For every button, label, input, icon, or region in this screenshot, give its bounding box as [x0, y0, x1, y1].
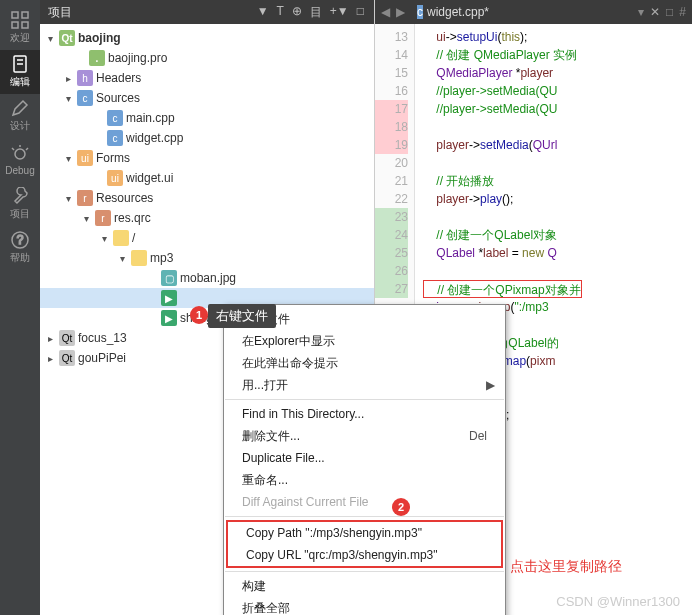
maximize-icon[interactable]: □	[666, 5, 673, 19]
code-line	[423, 154, 582, 172]
menu-item[interactable]: Copy URL "qrc:/mp3/shengyin.mp3"	[228, 544, 501, 566]
tree-item-widgetcpp[interactable]: cwidget.cpp	[40, 128, 374, 148]
code-line: // 创建一个QPixmap对象并	[423, 280, 582, 298]
svg-text:?: ?	[17, 233, 24, 247]
menu-item[interactable]: Find in This Directory...	[224, 403, 505, 425]
tree-item-forms[interactable]: ▾uiForms	[40, 148, 374, 168]
line-number: 21	[375, 172, 408, 190]
line-number: 19	[375, 136, 408, 154]
code-line	[423, 208, 582, 226]
line-number: 17	[375, 100, 408, 118]
svg-line-10	[26, 148, 28, 150]
annotation-badge-2: 2	[392, 498, 410, 516]
code-line: // 创建一个QLabel对象	[423, 226, 582, 244]
tree-item-headers[interactable]: ▸hHeaders	[40, 68, 374, 88]
line-number: 13	[375, 28, 408, 46]
panel-tool-2[interactable]: ⊕	[290, 4, 304, 21]
context-menu[interactable]: 打开文件在Explorer中显示在此弹出命令提示用...打开▶Find in T…	[223, 304, 506, 615]
tree-item-mp3folder[interactable]: ▾mp3	[40, 248, 374, 268]
line-number: 27	[375, 280, 408, 298]
line-number: 18	[375, 118, 408, 136]
line-number: 16	[375, 82, 408, 100]
svg-rect-3	[22, 22, 28, 28]
menu-item[interactable]: 在此弹出命令提示	[224, 352, 505, 374]
annotation-badge-1: 1	[190, 306, 208, 324]
submenu-arrow-icon: ▶	[486, 378, 495, 392]
tree-item-resqrc[interactable]: ▾rres.qrc	[40, 208, 374, 228]
code-line: QLabel *label = new Q	[423, 244, 582, 262]
menu-separator	[225, 399, 504, 400]
nav-fwd-icon[interactable]: ▶	[396, 5, 405, 19]
menu-item[interactable]: 在Explorer中显示	[224, 330, 505, 352]
svg-point-7	[15, 149, 25, 159]
tree-item-slash[interactable]: ▾/	[40, 228, 374, 248]
code-line	[423, 118, 582, 136]
mode-project[interactable]: 项目	[0, 182, 40, 226]
project-panel-header: 项目 ▼T⊕目+▼□	[40, 0, 374, 24]
code-line: player->play();	[423, 190, 582, 208]
line-number: 14	[375, 46, 408, 64]
line-number: 25	[375, 244, 408, 262]
cpp-icon: c	[417, 5, 423, 19]
menu-item[interactable]: Duplicate File...	[224, 447, 505, 469]
tree-item-sources[interactable]: ▾cSources	[40, 88, 374, 108]
tab-label: widget.cpp*	[427, 5, 489, 19]
line-number: 26	[375, 262, 408, 280]
panel-tools: ▼T⊕目+▼□	[255, 4, 366, 21]
line-number: 24	[375, 226, 408, 244]
editor-header: ◀ ▶ c widget.cpp* ▾ ✕ □ #	[375, 0, 692, 24]
left-icon-bar: 欢迎编辑设计Debug项目?帮助	[0, 0, 40, 615]
tree-item-moban[interactable]: ▢moban.jpg	[40, 268, 374, 288]
menu-separator	[225, 516, 504, 517]
tree-item-pro[interactable]: .baojing.pro	[40, 48, 374, 68]
edit-icon	[11, 55, 29, 73]
mode-design[interactable]: 设计	[0, 94, 40, 138]
editor-tab[interactable]: c widget.cpp*	[411, 3, 495, 21]
panel-tool-3[interactable]: 目	[308, 4, 324, 21]
nav-back-icon[interactable]: ◀	[381, 5, 390, 19]
tree-item-resources[interactable]: ▾rResources	[40, 188, 374, 208]
watermark: CSDN @Winner1300	[556, 594, 680, 609]
split-icon[interactable]: ▾	[638, 5, 644, 19]
svg-rect-0	[12, 12, 18, 18]
debug-icon	[11, 145, 29, 163]
code-line: //player->setMedia(QU	[423, 82, 582, 100]
design-icon	[11, 99, 29, 117]
code-line: ui->setupUi(this);	[423, 28, 582, 46]
tree-item-maincpp[interactable]: cmain.cpp	[40, 108, 374, 128]
shortcut: Del	[469, 429, 487, 443]
help-icon: ?	[11, 231, 29, 249]
hash-icon[interactable]: #	[679, 5, 686, 19]
menu-item[interactable]: 删除文件...Del	[224, 425, 505, 447]
line-number: 23	[375, 208, 408, 226]
svg-rect-2	[12, 22, 18, 28]
annotation-tooltip: 右键文件	[208, 304, 276, 328]
code-line: //player->setMedia(QU	[423, 100, 582, 118]
mode-welcome[interactable]: 欢迎	[0, 6, 40, 50]
panel-tool-4[interactable]: +▼	[328, 4, 351, 21]
svg-rect-1	[22, 12, 28, 18]
mode-debug[interactable]: Debug	[0, 138, 40, 182]
mode-help[interactable]: ?帮助	[0, 226, 40, 270]
menu-item[interactable]: Copy Path ":/mp3/shengyin.mp3"	[228, 522, 501, 544]
tree-item-baojing[interactable]: ▾Qtbaojing	[40, 28, 374, 48]
code-line: player->setMedia(QUrl	[423, 136, 582, 154]
mode-edit[interactable]: 编辑	[0, 50, 40, 94]
code-line: QMediaPlayer *player	[423, 64, 582, 82]
panel-tool-0[interactable]: ▼	[255, 4, 271, 21]
line-number: 20	[375, 154, 408, 172]
menu-item[interactable]: 用...打开▶	[224, 374, 505, 396]
menu-item[interactable]: 折叠全部	[224, 597, 505, 615]
line-number: 22	[375, 190, 408, 208]
code-line	[423, 262, 582, 280]
tree-item-widgetui[interactable]: uiwidget.ui	[40, 168, 374, 188]
annotation-note: 点击这里复制路径	[510, 558, 622, 576]
project-icon	[11, 187, 29, 205]
menu-item[interactable]: 重命名...	[224, 469, 505, 491]
menu-item[interactable]: 构建	[224, 575, 505, 597]
menu-separator	[225, 571, 504, 572]
panel-tool-5[interactable]: □	[355, 4, 366, 21]
close-tab-icon[interactable]: ✕	[650, 5, 660, 19]
panel-title: 项目	[48, 4, 72, 21]
panel-tool-1[interactable]: T	[275, 4, 286, 21]
